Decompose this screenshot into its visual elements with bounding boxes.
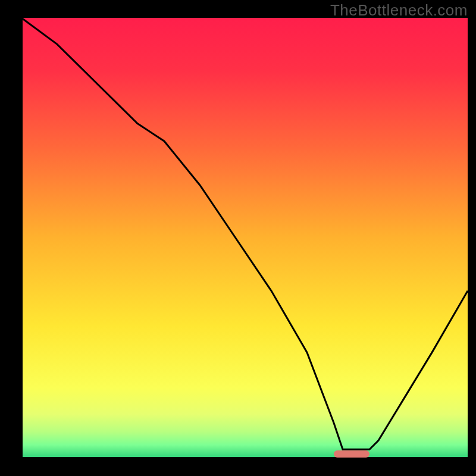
chart-svg (0, 0, 476, 476)
watermark-text: TheBottleneck.com (330, 1, 468, 20)
plot-area (21, 18, 468, 458)
optimal-marker (334, 450, 369, 458)
chart-container: TheBottleneck.com (0, 0, 476, 476)
